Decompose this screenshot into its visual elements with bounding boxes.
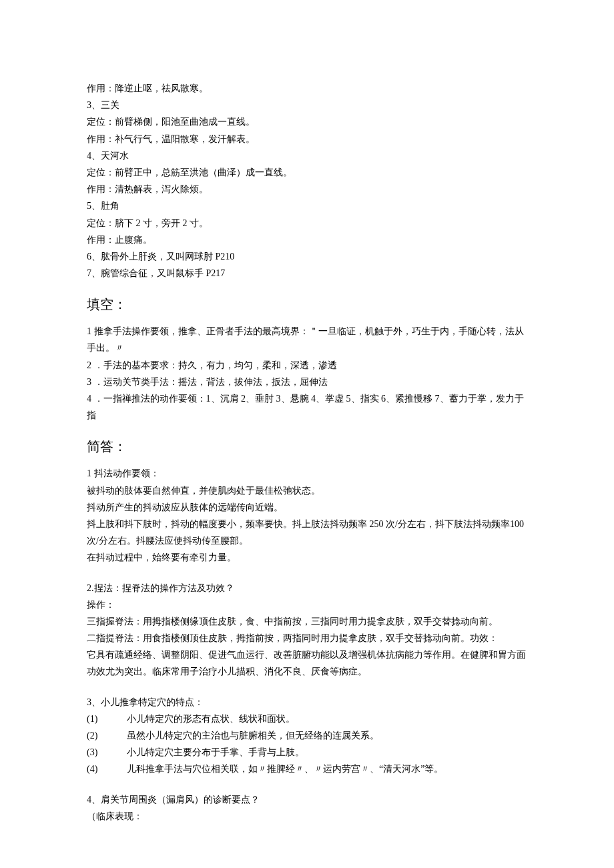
- q3-block: 3、小儿推拿特定穴的特点： (1)小儿特定穴的形态有点状、线状和面状。 (2)虽…: [87, 694, 527, 778]
- list-text: 儿科推拿手法与穴位相关联，如〃推脾经〃、〃运内劳宫〃、“清天河水”等。: [127, 764, 443, 774]
- list-num: (2): [87, 727, 127, 744]
- list-item: (1)小儿特定穴的形态有点状、线状和面状。: [87, 711, 527, 727]
- text-line: 抖动所产生的抖动波应从肢体的远端传向近端。: [87, 499, 527, 516]
- text-line: （临床表现：: [87, 808, 527, 825]
- list-num: (1): [87, 711, 127, 727]
- list-text: 小儿特定穴的形态有点状、线状和面状。: [127, 714, 295, 724]
- text-line: 操作：: [87, 596, 527, 613]
- text-line: 3、三关: [87, 97, 527, 113]
- fill-block: 1 推拿手法操作要领，推拿、正骨者手法的最高境界：＂一旦临证，机触于外，巧生于内…: [87, 323, 527, 424]
- text-line: 1 抖法动作要领：: [87, 465, 527, 482]
- text-line: 定位：脐下 2 寸，旁开 2 寸。: [87, 215, 527, 232]
- text-line: 3 ．运动关节类手法：摇法，背法，拔伸法，扳法，屈伸法: [87, 374, 527, 390]
- text-line: 被抖动的肢体要自然伸直，并使肌肉处于最佳松弛状态。: [87, 482, 527, 499]
- text-line: 2.捏法：捏脊法的操作方法及功效？: [87, 580, 527, 596]
- q1-block: 1 抖法动作要领： 被抖动的肢体要自然伸直，并使肌肉处于最佳松弛状态。 抖动所产…: [87, 465, 527, 566]
- text-line: 定位：前臂梯侧，阳池至曲池成一直线。: [87, 113, 527, 130]
- text-line: 抖上肢和抖下肢时，抖动的幅度要小，频率要快。抖上肢法抖动频率 250 次/分左右…: [87, 516, 527, 549]
- intro-block: 作用：降逆止呕，祛风散寒。 3、三关 定位：前臂梯侧，阳池至曲池成一直线。 作用…: [87, 80, 527, 282]
- paragraph-gap: [87, 681, 527, 694]
- list-num: (3): [87, 744, 127, 761]
- list-item: (3)小儿特定穴主要分布于手掌、手背与上肢。: [87, 744, 527, 761]
- text-line: 定位：前臂正中，总筋至洪池（曲泽）成一直线。: [87, 164, 527, 181]
- text-line: 6、肱骨外上肝炎，又叫网球肘 P210: [87, 248, 527, 265]
- list-num: (4): [87, 761, 127, 777]
- document-page: 作用：降逆止呕，祛风散寒。 3、三关 定位：前臂梯侧，阳池至曲池成一直线。 作用…: [0, 0, 614, 865]
- text-line: 7、腕管综合征，又叫鼠标手 P217: [87, 265, 527, 282]
- paragraph-gap: [87, 566, 527, 580]
- text-line: 作用：补气行气，温阳散寒，发汗解表。: [87, 131, 527, 147]
- text-line: 作用：止腹痛。: [87, 232, 527, 248]
- text-line: 4、肩关节周围炎（漏肩风）的诊断要点？: [87, 791, 527, 808]
- text-line: 1 推拿手法操作要领，推拿、正骨者手法的最高境界：＂一旦临证，机触于外，巧生于内…: [87, 323, 527, 356]
- text-line: 它具有疏通经络、调整阴阳、促进气血运行、改善脏腑功能以及增强机体抗病能力等作用。…: [87, 646, 527, 680]
- text-line: 在抖动过程中，始终要有牵引力量。: [87, 549, 527, 566]
- text-line: 5、肚角: [87, 197, 527, 214]
- list-text: 小儿特定穴主要分布于手掌、手背与上肢。: [127, 747, 304, 757]
- list-item: (2)虽然小儿特定穴的主治也与脏腑相关，但无经络的连属关系。: [87, 727, 527, 744]
- text-line: 三指握脊法：用拇指楼侧缘顶住皮肤，食、中指前按，三指同时用力提拿皮肤，双手交替捻…: [87, 613, 527, 630]
- q2-block: 2.捏法：捏脊法的操作方法及功效？ 操作： 三指握脊法：用拇指楼侧缘顶住皮肤，食…: [87, 580, 527, 681]
- list-text: 虽然小儿特定穴的主治也与脏腑相关，但无经络的连属关系。: [127, 731, 379, 741]
- paragraph-gap: [87, 778, 527, 791]
- q4-block: 4、肩关节周围炎（漏肩风）的诊断要点？ （临床表现：: [87, 791, 527, 825]
- short-answer-heading: 简答：: [87, 434, 527, 458]
- list-item: (4)儿科推拿手法与穴位相关联，如〃推脾经〃、〃运内劳宫〃、“清天河水”等。: [87, 761, 527, 777]
- text-line: 作用：清热解表，泻火除烦。: [87, 181, 527, 197]
- text-line: 作用：降逆止呕，祛风散寒。: [87, 80, 527, 97]
- text-line: 4、天河水: [87, 147, 527, 164]
- text-line: 3、小儿推拿特定穴的特点：: [87, 694, 527, 711]
- text-line: 4 ．一指禅推法的动作要领：1、沉肩 2、垂肘 3、悬腕 4、掌虚 5、指实 6…: [87, 390, 527, 424]
- fill-blank-heading: 填空：: [87, 292, 527, 316]
- text-line: 二指提脊法：用食指楼侧顶住皮肤，拇指前按，两指同时用力提拿皮肤，双手交替捻动向前…: [87, 630, 527, 646]
- text-line: 2 ．手法的基本要求：持久，有力，均匀，柔和，深透，渗透: [87, 357, 527, 374]
